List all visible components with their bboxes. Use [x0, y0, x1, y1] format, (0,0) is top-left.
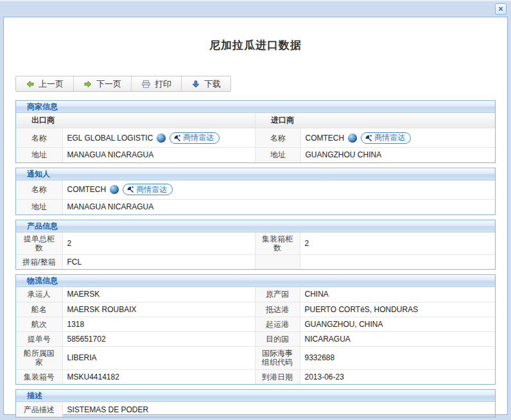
table-row: 产品描述 SISTEMAS DE PODER	[16, 402, 495, 417]
exporter-header: 出口商	[16, 113, 255, 128]
window-top-edge	[0, 0, 511, 1]
satellite-dish-icon	[126, 186, 134, 193]
field-label: 地址	[16, 200, 62, 214]
import-data-dialog: 尼加拉瓜进口数据 上一页 下一页 打印 下载	[3, 17, 508, 415]
section-logistics-info: 物流信息 承运人 MAERSK 原产国 CHINA 船名 MAERSK ROUB…	[15, 274, 496, 385]
section-title-product: 产品信息	[16, 220, 495, 232]
field-value: 9332688	[300, 346, 495, 369]
field-label: 提单总柜数	[16, 232, 62, 255]
section-title-logistics: 物流信息	[16, 275, 495, 287]
page-title: 尼加拉瓜进口数据	[15, 38, 496, 53]
toolbar: 上一页 下一页 打印 下载	[15, 76, 231, 92]
field-value: CHINA	[300, 287, 495, 302]
field-value: 2	[62, 232, 255, 255]
next-page-label: 下一页	[96, 78, 121, 90]
next-page-button[interactable]: 下一页	[74, 76, 132, 91]
table-row: 承运人 MAERSK 原产国 CHINA	[16, 287, 495, 302]
satellite-dish-icon	[173, 134, 181, 142]
section-title-notify: 通知人	[16, 168, 495, 180]
field-label: 名称	[16, 180, 62, 200]
table-row: 拼箱/整箱 FCL	[16, 254, 495, 269]
field-label: 起运港	[255, 317, 300, 331]
field-value: 585651702	[62, 331, 255, 346]
table-row: 集装箱号 MSKU4414182 到港日期 2013-06-23	[16, 369, 495, 384]
field-value: MAERSK	[62, 287, 255, 302]
radar-badge[interactable]: 商情雷达	[361, 132, 411, 144]
globe-icon[interactable]	[110, 185, 119, 194]
field-value: PUERTO CORTéS, HONDURAS	[300, 302, 495, 317]
table-row: 船名 MAERSK ROUBAIX 抵达港 PUERTO CORTéS, HON…	[16, 302, 495, 317]
field-label: 航次	[16, 317, 62, 331]
field-label: 集装箱号	[16, 369, 62, 384]
arrow-left-icon	[26, 80, 35, 89]
field-label: 船所属国家	[16, 346, 62, 369]
field-label: 国际海事组织代码	[255, 346, 300, 369]
radar-badge[interactable]: 商情雷达	[169, 132, 220, 144]
field-label: 承运人	[16, 287, 62, 302]
table-row: 名称 COMTECH 商情雷达	[16, 180, 495, 200]
field-label: 原产国	[255, 287, 300, 302]
field-label: 船名	[16, 302, 62, 317]
satellite-dish-icon	[365, 134, 372, 142]
prev-page-label: 上一页	[39, 78, 64, 90]
field-value	[300, 254, 495, 269]
field-value: MSKU4414182	[62, 369, 255, 384]
field-value: 1318	[62, 317, 255, 331]
table-row: 地址 MANAGUA NICARAGUA	[16, 200, 495, 214]
field-value: MAERSK ROUBAIX	[62, 302, 255, 317]
table-row: 船所属国家 LIBERIA 国际海事组织代码 9332688	[16, 346, 495, 369]
table-row: 名称 EGL GLOBAL LOGISTIC	[16, 128, 255, 148]
close-icon[interactable]: ×	[495, 3, 507, 15]
field-label: 抵达港	[255, 302, 300, 317]
section-notify-party: 通知人 名称 COMTECH	[15, 168, 496, 215]
section-product-info: 产品信息 提单总柜数 2 集装箱柜数 2 拼箱/整箱 FCL	[15, 220, 496, 270]
section-title-description: 描述	[16, 390, 495, 402]
section-title-merchant: 商家信息	[16, 101, 495, 113]
table-row: 出口商	[16, 113, 255, 128]
field-label: 拼箱/整箱	[16, 254, 62, 269]
field-label	[255, 254, 300, 269]
field-label: 地址	[256, 148, 300, 162]
globe-icon[interactable]	[348, 134, 357, 143]
field-value: NICARAGUA	[300, 331, 495, 346]
field-label: 到港日期	[255, 369, 300, 384]
print-button[interactable]: 打印	[132, 76, 182, 91]
field-value: 2	[300, 232, 495, 255]
exporter-address-value: MANAGUA NICARAGUA	[62, 148, 255, 162]
table-row: 提单总柜数 2 集装箱柜数 2	[16, 232, 495, 255]
product-description-value: SISTEMAS DE PODER	[62, 402, 495, 417]
exporter-name-value: EGL GLOBAL LOGISTIC	[67, 134, 153, 143]
radar-badge[interactable]: 商情雷达	[123, 184, 173, 195]
importer-address-value: GUANGZHOU CHINA	[300, 148, 495, 162]
radar-badge-label: 商情雷达	[136, 184, 167, 195]
prev-page-button[interactable]: 上一页	[16, 76, 74, 91]
table-row: 名称 COMTECH	[256, 128, 495, 148]
field-value: FCL	[62, 254, 255, 269]
printer-icon	[141, 80, 151, 89]
download-label: 下载	[204, 78, 221, 90]
field-label: 提单号	[16, 331, 62, 346]
print-label: 打印	[155, 78, 171, 90]
field-label: 产品描述	[16, 402, 62, 417]
importer-name-value: COMTECH	[306, 134, 345, 143]
download-button[interactable]: 下载	[182, 76, 230, 91]
field-label: 目的国	[255, 331, 300, 346]
radar-badge-label: 商情雷达	[374, 132, 405, 143]
table-row: 地址 GUANGZHOU CHINA	[256, 148, 495, 162]
field-label: 名称	[256, 128, 300, 148]
table-row: 提单号 585651702 目的国 NICARAGUA	[16, 331, 495, 346]
arrow-right-icon	[83, 80, 92, 89]
field-value: LIBERIA	[62, 346, 255, 369]
field-label: 地址	[16, 148, 62, 162]
importer-header: 进口商	[256, 113, 495, 128]
radar-badge-label: 商情雷达	[183, 132, 214, 143]
table-row: 地址 MANAGUA NICARAGUA	[16, 148, 255, 162]
table-row: 航次 1318 起运港 GUANGZHOU, CHINA	[16, 317, 495, 331]
field-label: 集装箱柜数	[255, 232, 300, 255]
table-row: 进口商	[256, 113, 495, 128]
field-value: GUANGZHOU, CHINA	[300, 317, 495, 331]
field-value: 2013-06-23	[300, 369, 495, 384]
globe-icon[interactable]	[157, 134, 166, 143]
field-label: 名称	[16, 128, 62, 148]
arrow-down-icon	[191, 80, 200, 89]
